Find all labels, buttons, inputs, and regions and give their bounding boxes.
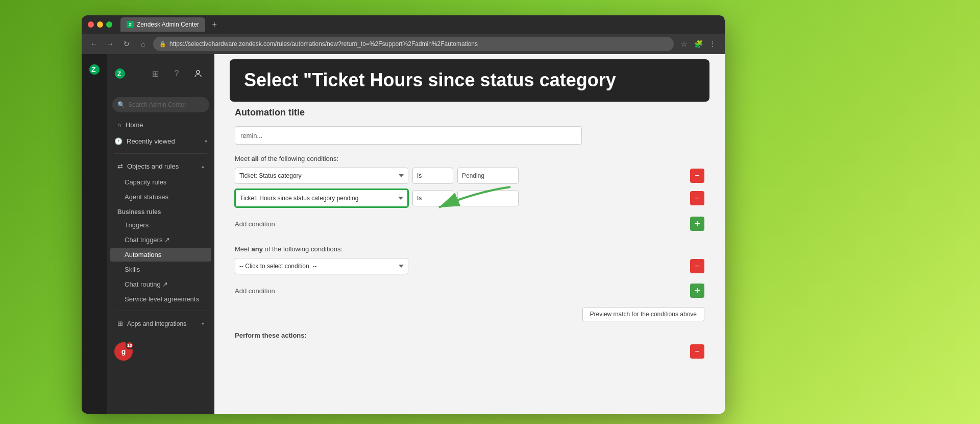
url-text: https://selectivehardware.zendesk.com/ru… [169,40,478,48]
sidebar-item-automations[interactable]: Automations [110,248,211,262]
remove-any-condition-button[interactable]: − [690,259,704,273]
sidebar-item-chat-routing[interactable]: Chat routing ↗ [110,277,211,291]
chat-triggers-label: Chat triggers ↗ [125,236,170,244]
any-condition-select[interactable]: -- Click to select condition. -- [235,258,408,274]
condition1-value-input[interactable] [457,168,519,184]
app-layout: Z Z ⊞ ? [82,54,725,414]
reload-button[interactable]: ↻ [120,38,133,50]
condition2-value-input[interactable] [457,190,519,206]
meet-any-label: Meet [235,245,250,253]
objects-rules-label: Objects and rules [127,162,179,170]
condition-row-2: Ticket: Hours since status category pend… [235,189,704,207]
add-condition-all-row: Add condition + [235,213,704,235]
zendesk-logo: Z [87,62,102,77]
preview-row: Preview match for the conditions above [235,307,704,321]
fullscreen-button[interactable] [106,21,112,28]
remove-condition2-button[interactable]: − [690,191,704,205]
sidebar-item-objects-rules[interactable]: ⇄ Objects and rules ▴ [110,158,211,174]
add-condition-any-button[interactable]: + [690,284,704,298]
sidebar-item-capacity-rules[interactable]: Capacity rules [110,175,211,189]
sidebar-item-chat-triggers[interactable]: Chat triggers ↗ [110,233,211,247]
menu-icon[interactable]: ⋮ [706,38,719,50]
svg-point-3 [197,70,200,74]
remove-condition1-button[interactable]: − [690,169,704,183]
help-icon[interactable]: ? [167,64,186,83]
home-icon: ⌂ [117,121,121,129]
browser-toolbar: ← → ↻ ⌂ 🔒 https://selectivehardware.zend… [82,34,725,54]
actions-section: Perform these actions: [235,332,704,339]
skills-label: Skills [125,266,140,273]
new-tab-button[interactable]: + [207,17,222,32]
apps-icon: ⊞ [117,320,123,327]
bookmark-icon[interactable]: ☆ [678,38,690,50]
notification-badge: 10 [126,341,134,349]
grid-icon[interactable]: ⊞ [146,64,164,83]
any-label: any [252,245,263,253]
minimize-button[interactable] [97,21,103,28]
search-bar[interactable]: 🔍 Search Admin Center [112,97,209,112]
condition1-field-select[interactable]: Ticket: Status category [235,168,408,184]
meet-any-section: Meet any of the following conditions: [235,245,704,253]
automation-title-input[interactable] [235,126,582,145]
recently-viewed-chevron: ▾ [205,138,207,144]
search-icon: 🔍 [117,101,125,108]
user-avatar[interactable]: g 10 [114,342,133,361]
apps-chevron: ▾ [202,321,204,326]
main-sidebar: Z ⊞ ? [107,54,214,414]
condition-row-1: Ticket: Status category Is − [235,168,704,184]
main-content: Select "Ticket Hours since status catego… [214,54,725,414]
page-section: Automation title [235,107,704,145]
clock-icon: 🕐 [114,137,122,145]
active-tab[interactable]: Zendesk Admin Center [120,17,205,32]
sidebar-item-apps-integrations[interactable]: ⊞ Apps and integrations ▾ [110,316,211,332]
remove-action-button[interactable]: − [690,344,704,359]
svg-text:Z: Z [117,70,121,78]
sidebar-item-triggers[interactable]: Triggers [110,218,211,232]
condition2-operator-select[interactable]: Is [412,190,453,206]
extensions-icon[interactable]: 🧩 [692,38,704,50]
any-condition-row: -- Click to select condition. -- − [235,258,704,274]
sidebar-item-home[interactable]: ⌂ Home [110,117,211,133]
condition1-operator-select[interactable]: Is [412,168,453,184]
add-condition-all-link[interactable]: Add condition [235,220,690,228]
user-section: g 10 [107,336,214,367]
meet-all-label: Meet [235,155,250,162]
objects-rules-chevron: ▴ [202,163,204,169]
sidebar-header: Z ⊞ ? [107,54,214,93]
condition2-field-select[interactable]: Ticket: Hours since status category pend… [235,189,408,207]
recently-viewed-label: Recently viewed [127,137,175,145]
tab-bar: Zendesk Admin Center + [120,17,719,32]
preview-button[interactable]: Preview match for the conditions above [582,307,704,321]
chat-routing-label: Chat routing ↗ [125,280,168,288]
sidebar-divider-2 [114,311,207,311]
sidebar-item-skills[interactable]: Skills [110,263,211,276]
service-level-label: Service level agreements [125,295,199,303]
browser-titlebar: Zendesk Admin Center + [82,15,725,34]
browser-window: Zendesk Admin Center + ← → ↻ ⌂ 🔒 https:/… [82,15,725,414]
traffic-lights [88,21,112,28]
home-nav-button[interactable]: ⌂ [137,38,149,50]
all-label: all [252,155,259,162]
apps-label: Apps and integrations [127,320,186,327]
home-label: Home [126,121,143,129]
close-button[interactable] [88,21,94,28]
tab-favicon [127,21,134,28]
add-condition-all-button[interactable]: + [690,217,704,231]
add-condition-any-link[interactable]: Add condition [235,287,690,295]
app-logo: Z [85,60,104,79]
user-icon[interactable] [189,64,207,83]
back-button[interactable]: ← [88,38,100,50]
zendesk-sidebar-logo: Z [114,68,126,79]
secure-icon: 🔒 [159,41,166,48]
content-area: Select "Ticket Hours since status catego… [214,54,725,414]
tab-title: Zendesk Admin Center [137,21,199,28]
url-bar[interactable]: 🔒 https://selectivehardware.zendesk.com/… [153,37,674,51]
add-condition-any-row: Add condition + [235,279,704,302]
sidebar-item-recently-viewed[interactable]: 🕐 Recently viewed ▾ [107,133,214,149]
forward-button[interactable]: → [104,38,116,50]
of-following-any-label: of the following conditions: [265,245,342,253]
annotation-overlay: Select "Ticket Hours since status catego… [230,59,709,102]
sidebar-item-service-level[interactable]: Service level agreements [110,292,211,306]
sidebar-item-agent-statuses[interactable]: Agent statuses [110,190,211,204]
icon-sidebar: Z [82,54,107,414]
